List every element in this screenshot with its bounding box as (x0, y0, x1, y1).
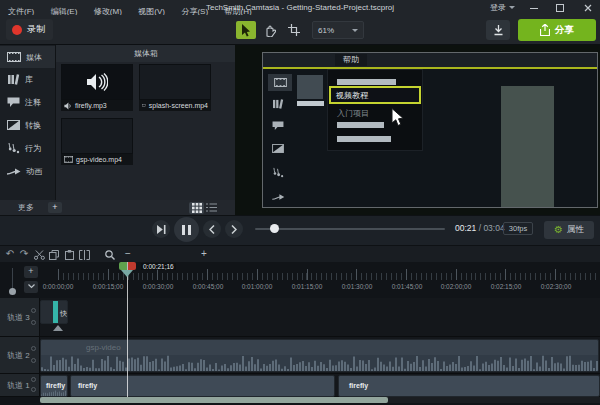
canvas-zoom-select[interactable]: 61% (312, 21, 364, 39)
main-toolbar: 录制 61% 分享 (0, 15, 600, 45)
seek-slider-handle[interactable] (270, 224, 279, 233)
scissors-icon (34, 250, 45, 260)
clip-firefly-2[interactable]: firefly (70, 375, 335, 397)
close-button[interactable] (580, 3, 596, 13)
share-button[interactable]: 分享 (518, 19, 596, 41)
sidebar-item-animations[interactable]: 动画 (0, 160, 55, 182)
copy-icon (49, 250, 59, 260)
cursor-tool-button[interactable] (236, 21, 256, 39)
timeline-ruler[interactable]: 0:00:00;00 0:00:15;00 0:00:30;00 0:00:45… (0, 262, 600, 297)
next-button[interactable] (225, 220, 243, 238)
zoom-out-button[interactable]: − (122, 248, 134, 259)
track-2-header[interactable]: 轨道 2 (0, 337, 40, 374)
timeline-scrollbar-thumb[interactable] (40, 397, 388, 403)
track-lock-icon[interactable] (31, 346, 36, 351)
media-item-gsp-video[interactable]: gsp-video.mp4 (61, 118, 133, 165)
redo-button[interactable]: ↷ (18, 248, 30, 259)
timeline-toolbar: ↶ ↷ − + (0, 245, 600, 262)
track-lock-icon[interactable] (31, 377, 36, 382)
maximize-button[interactable] (552, 3, 568, 13)
video-help-menu: 帮助 (335, 54, 367, 66)
undo-button[interactable]: ↶ (4, 248, 16, 259)
list-view-button[interactable] (204, 202, 219, 214)
track-3-header[interactable]: 轨道 3 (0, 298, 40, 337)
video-media-tab (268, 74, 292, 91)
login-button[interactable]: 登录 (490, 0, 515, 15)
more-button[interactable]: 更多 (18, 202, 34, 213)
film-icon (7, 52, 21, 62)
dropdown-placeholder-item (337, 122, 384, 128)
paste-button[interactable] (63, 249, 75, 260)
video-icon (142, 102, 146, 109)
playhead-marker[interactable] (121, 270, 133, 277)
library-icon (7, 74, 20, 85)
sidebar-item-library[interactable]: 库 (0, 68, 55, 90)
clip-firefly-1[interactable]: firefly (40, 375, 68, 397)
previous-button[interactable] (203, 220, 221, 238)
zoom-tool-button[interactable] (104, 249, 116, 260)
properties-button[interactable]: ⚙ 属性 (544, 221, 594, 239)
grid-view-button[interactable] (189, 202, 204, 214)
grid-view-icon (192, 203, 202, 213)
playhead-in-handle[interactable] (119, 262, 127, 270)
clip-firefly-3[interactable]: firefly (338, 375, 600, 397)
animation-marker-icon[interactable] (53, 325, 63, 331)
timeline-area: + 0:00:00;00 0:00:15;00 0:00:30;00 0:00:… (0, 262, 600, 405)
download-button[interactable] (486, 20, 510, 40)
video-library-icon (272, 99, 284, 109)
video-icon (64, 156, 73, 163)
media-item-splash-screen[interactable]: splash-screen.mp4 (139, 64, 211, 111)
behaviors-icon (7, 142, 20, 154)
split-icon (79, 250, 90, 260)
track-visibility-icon[interactable] (31, 358, 36, 363)
timeline-scrollbar[interactable] (40, 397, 600, 403)
sidebar-item-annotations[interactable]: 注释 (0, 91, 55, 113)
pan-tool-button[interactable] (260, 21, 280, 39)
callout-icon (7, 97, 20, 108)
sidebar-item-media[interactable]: 媒体 (0, 46, 55, 68)
step-forward-button[interactable] (152, 220, 170, 238)
clip-callout[interactable]: 快速 (40, 300, 68, 324)
track-lock-icon[interactable] (31, 308, 36, 313)
clip-gsp-video[interactable]: gsp-video (40, 339, 599, 372)
copy-button[interactable] (48, 249, 60, 260)
fps-display: 30fps (503, 222, 533, 235)
list-view-icon (206, 203, 217, 212)
cut-button[interactable] (33, 249, 45, 260)
animation-arrow-icon (7, 167, 21, 176)
zoom-in-button[interactable]: + (198, 248, 210, 259)
audio-icon (64, 102, 72, 110)
canvas-area[interactable]: 帮助 视频教程 入门项目 (235, 45, 600, 215)
speaker-icon (86, 73, 108, 91)
track-visibility-icon[interactable] (31, 387, 36, 392)
playhead-out-handle[interactable] (128, 262, 136, 270)
maximize-icon (556, 4, 564, 12)
track-1-lane[interactable]: firefly firefly firefly (40, 374, 600, 397)
record-button[interactable]: 录制 (6, 19, 53, 40)
split-button[interactable] (78, 249, 90, 260)
track-3-lane[interactable]: 快速 (40, 298, 600, 337)
media-item-firefly[interactable]: firefly.mp3 (61, 64, 133, 111)
chevron-right-icon (231, 225, 237, 234)
chevron-down-icon (509, 6, 515, 9)
transition-icon (7, 120, 20, 130)
sidebar-item-transitions[interactable]: 转换 (0, 114, 55, 136)
chevron-down-icon (352, 29, 358, 32)
playhead-line[interactable] (127, 262, 128, 397)
video-help-dropdown: 视频教程 入门项目 (327, 69, 423, 151)
track-1-header[interactable]: 轨道 1 (0, 374, 40, 397)
track-2-lane[interactable]: gsp-video (40, 337, 600, 374)
crop-tool-button[interactable] (284, 21, 304, 39)
seek-slider-track[interactable] (255, 228, 445, 230)
pause-button[interactable] (174, 217, 199, 242)
track-visibility-icon[interactable] (31, 320, 36, 325)
media-bin-panel: 媒体箱 firefly.mp3 splash-screen.mp4 (55, 45, 235, 200)
media-bin-header: 媒体箱 (56, 45, 236, 62)
add-media-button[interactable]: + (48, 202, 62, 213)
chevron-left-icon (209, 225, 215, 234)
step-forward-icon (157, 225, 166, 234)
video-behaviors-icon (272, 167, 284, 178)
pause-icon (182, 225, 191, 235)
sidebar-item-behaviors[interactable]: 行为 (0, 137, 55, 159)
minimize-button[interactable] (526, 3, 542, 13)
